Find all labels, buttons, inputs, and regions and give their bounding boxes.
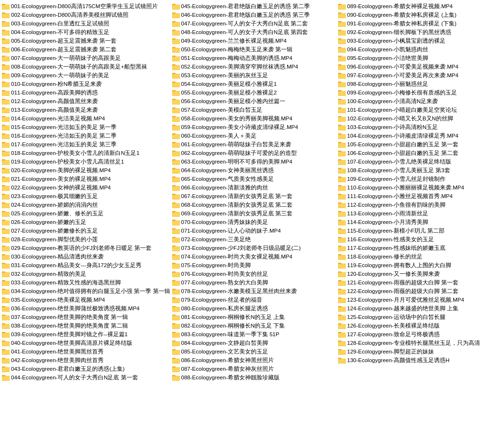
list-item[interactable]: 124-Ecologygreen-越来越盛的绝世美脚 上集 [337,304,503,313]
list-item[interactable]: 101-Ecologygreen-小晴超白嫩美足空奖论坛 [337,106,503,114]
list-item[interactable]: 043-Ecologygreen-君君白嫩玉足的诱惑(上集) [1,365,171,373]
list-item[interactable]: 082-Ecologygreen-桐桐修长N的玉足 下集 [171,321,337,330]
list-item[interactable]: 027-Ecologygreen-娇嫩修长的玉足 [1,226,171,235]
list-item[interactable]: 054-Ecologygreen-美丽足模小雅裸足1 [171,80,337,88]
list-item[interactable]: 050-Ecologygreen-梅梅绝美玉足来袭 第一辑 [171,45,337,54]
list-item[interactable]: 065-Ecologygreen-气质美女性感美足 [171,175,337,183]
list-item[interactable]: 012-Ecologygreen-高颜值黑丝来袭 [1,97,171,106]
list-item[interactable]: 038-Ecologygreen-绝世美脚的绝美角度 第二辑 [1,321,171,330]
list-item[interactable]: 110-Ecologygreen-小雅丽丽裸足视频来袭.MP4 [337,183,503,192]
list-item[interactable]: 092-Ecologygreen-细长脚板下的黑丝诱惑 [337,28,503,36]
list-item[interactable]: 021-Ecologygreen-美女的裸足视频.MP4 [1,175,171,183]
list-item[interactable]: 046-Ecologygreen-君君绝版白嫩玉足的诱惑 第三季 [171,11,337,19]
list-item[interactable]: 042-Ecologygreen-绝世美脚肉丝首秀 [1,356,171,365]
list-item[interactable]: 084-Ecologygreen-文静超白皙美脚 [171,339,337,347]
list-item[interactable]: 052-Ecologygreen-美脚滴穿窄脚丝袜诱惑.MP4 [171,62,337,71]
list-item[interactable]: 116-Ecologygreen-性感美女的玉足 [337,235,503,244]
list-item[interactable]: 105-Ecologygreen-小甜超白嫩的玉足 第一套 [337,140,503,149]
list-item[interactable]: 020-Ecologygreen-美脚的裸足视频.MP4 [1,166,171,175]
list-item[interactable]: 036-Ecologygreen-绝世美脚蒲丝极致诱惑视频.MP4 [1,304,171,313]
list-item[interactable]: 115-Ecologygreen-新模小F玥儿 第二部 [337,226,503,235]
list-item[interactable]: 083-Ecologygreen-味道第一季下集 51P [171,330,337,339]
list-item[interactable]: 104-Ecologygreen-小诗顽皮清绿裸足秀.MP4 [337,131,503,140]
list-item[interactable]: 019-Ecologygreen-护校美女小雪儿高清丝足1 [1,157,171,166]
list-item[interactable]: 017-Ecologygreen-光洁如玉的美足 第三季 [1,140,171,149]
list-item[interactable]: 096-Ecologygreen-小可爱美足视频来袭.MP4 [337,62,503,71]
list-item[interactable]: 053-Ecologygreen-美丽的灰丝玉足 [171,71,337,80]
list-item[interactable]: 006-Ecologygreen-超玉足震撼来袭 第二套 [1,45,171,54]
list-item[interactable]: 051-Ecologygreen-梅梅动态美脚的诱惑.MP4 [171,54,337,62]
list-item[interactable]: 061-Ecologygreen-萌萌哒妹子白皙美足来袭 [171,140,337,149]
list-item[interactable]: 111-Ecologygreen-小雅丝足视频首秀.MP4 [337,192,503,200]
list-item[interactable]: 079-Ecologygreen-丝足者的福音 [171,295,337,304]
list-item[interactable]: 028-Ecologygreen-脚型优美的小莲 [1,235,171,244]
list-item[interactable]: 059-Ecologygreen-美女小诗顽皮清绿裸足.MP4 [171,123,337,131]
list-item[interactable]: 080-Ecologygreen-私房长腿足诱惑 [171,304,337,313]
list-item[interactable]: 070-Ecologygreen-清秀妹妹的美足 [171,218,337,226]
list-item[interactable]: 074-Ecologygreen-时尚大美女裸足视频.MP4 [171,252,337,261]
list-item[interactable]: 057-Ecologygreen-美模白皙玉足 [171,106,337,114]
list-item[interactable]: 073-Ecologygreen-少FJ刘老师冬日级品暖足(二) [171,244,337,252]
list-item[interactable]: 056-Ecologygreen-美丽足模小雅内丝篇一 [171,97,337,106]
list-item[interactable]: 014-Ecologygreen-光洁美足视频.MP4 [1,114,171,123]
list-item[interactable]: 126-Ecologygreen-长美模裸足终结版 [337,321,503,330]
list-item[interactable]: 090-Ecologygreen-希腊女神私房裸足 (上集) [337,11,503,19]
list-item[interactable]: 049-Ecologygreen-兰兰修长裸足视频.MP4 [171,36,337,45]
list-item[interactable]: 097-Ecologygreen-小可爱美足再次来袭.MP4 [337,71,503,80]
list-item[interactable]: 015-Ecologygreen-光洁如玉的美足 第一季 [1,123,171,131]
list-item[interactable]: 041-Ecologygreen-绝世美脚黑丝首秀 [1,347,171,356]
list-item[interactable]: 125-Ecologygreen-运动场中的白皙长腿 [337,313,503,321]
list-item[interactable]: 055-Ecologygreen-美丽足模小雅裸足2 [171,88,337,97]
list-item[interactable]: 095-Ecologygreen-小洁绝世美脚 [337,54,503,62]
list-item[interactable]: 034-Ecologygreen-绝对值得拥有的白腿玉足小强 第一季 第一辑 [1,287,171,295]
list-item[interactable]: 093-Ecologygreen-小枫晨宝剧透的裸足 [337,36,503,45]
list-item[interactable]: 004-Ecologygreen-不可多得的精致玉足 [1,28,171,36]
list-item[interactable]: 112-Ecologygreen-小鱼很有韵味的美脚 [337,200,503,209]
list-item[interactable]: 018-Ecologygreen-护校美女小雪儿的清新白N玉足1 [1,149,171,157]
list-item[interactable]: 086-Ecologygreen-希腊女神黑丝照片 [171,356,337,365]
list-item[interactable]: 091-Ecologygreen-希腊女神私房裸足 (下集) [337,19,503,28]
list-item[interactable]: 113-Ecologygreen-小雨清新丝足 [337,209,503,218]
list-item[interactable]: 075-Ecologygreen-时尚美脚 [171,261,337,270]
list-item[interactable]: 077-Ecologygreen-熟女的大白美脚 [171,278,337,287]
list-item[interactable]: 106-Ecologygreen-小甜超白嫩的玉足 第二套 [337,149,503,157]
list-item[interactable]: 010-Ecologygreen-粉N希腊玉足来袭 [1,80,171,88]
list-item[interactable]: 076-Ecologygreen-时尚美女的丝足 [171,270,337,278]
list-item[interactable]: 060-Ecologygreen-美人＋美足 [171,131,337,140]
list-item[interactable]: 100-Ecologygreen-小清高清N足来袭 [337,97,503,106]
list-item[interactable]: 030-Ecologygreen-精品清透肉丝来袭 [1,252,171,261]
list-item[interactable]: 011-Ecologygreen-高跟美脚的诱惑 [1,88,171,97]
list-item[interactable]: 002-Ecologygreen-D800高清养美模丝脚试镜照 [1,11,171,19]
list-item[interactable]: 035-Ecologygreen-绝美裸足视频.MP4 [1,295,171,304]
list-item[interactable]: 068-Ecologygreen-清新的女孩秀足底 第二套 [171,200,337,209]
list-item[interactable]: 058-Ecologygreen-美女的秀丽美脚视频.MP4 [171,114,337,123]
list-item[interactable]: 025-Ecologygreen-娇嫩、修长的玉足 [1,209,171,218]
list-item[interactable]: 109-Ecologygreen-小雪儿丝足封镜制作 [337,175,503,183]
list-item[interactable]: 099-Ecologygreen-小梅修长很有质感的玉足 [337,88,503,97]
list-item[interactable]: 022-Ecologygreen-女神的裸足视频.MP4 [1,183,171,192]
list-item[interactable]: 121-Ecologygreen-雨薇的超级大白脚 第一套 [337,278,503,287]
list-item[interactable]: 087-Ecologygreen-希腊女神灰丝照片 [171,365,337,373]
list-item[interactable]: 071-Ecologygreen-让人心动的妹子.MP4 [171,226,337,235]
list-item[interactable]: 117-Ecologygreen-性感妹纸的娇嫩玉底 [337,244,503,252]
list-item[interactable]: 047-Ecologygreen-可人的女子大秀白N足底 第二套 [171,19,337,28]
list-item[interactable]: 023-Ecologygreen-极其细嫩的玉足 [1,192,171,200]
list-item[interactable]: 067-Ecologygreen-清新的女孩秀足底 第一套 [171,192,337,200]
list-item[interactable]: 008-Ecologygreen-大一萌萌妹子的高跟美足+船型黑袜 [1,62,171,71]
list-item[interactable]: 064-Ecologygreen-女神美丽黑丝诱惑 [171,166,337,175]
list-item[interactable]: 094-Ecologygreen-小凯魅惑肉丝 [337,45,503,54]
list-item[interactable]: 088-Ecologygreen-希腊女神靓脸珍藏版 [171,373,337,382]
list-item[interactable]: 001-Ecologygreen-D800高清175CM空乘学生玉足试镜照片 [1,2,171,11]
list-item[interactable]: 048-Ecologygreen-可人的女子大秀白N足底 第四套 [171,28,337,36]
list-item[interactable]: 129-Ecologygreen-脚型超正的妹妹 [337,347,503,356]
list-item[interactable]: 031-Ecologygreen-精品美女---身高172的少女玉足秀 [1,261,171,270]
list-item[interactable]: 098-Ecologygreen-小丽魅惑丝足 [337,80,503,88]
list-item[interactable]: 120-Ecologygreen-又一修长美脚来袭 [337,270,503,278]
list-item[interactable]: 081-Ecologygreen-桐桐修长N的玉足 上集 [171,313,337,321]
list-item[interactable]: 118-Ecologygreen-修长的丝足 [337,252,503,261]
list-item[interactable]: 007-Ecologygreen-大一萌萌妹子的高跟美足 [1,54,171,62]
list-item[interactable]: 069-Ecologygreen-清新的女孩秀足底 第三套 [171,209,337,218]
list-item[interactable]: 066-Ecologygreen-清新淡雅的肉丝 [171,183,337,192]
list-item[interactable]: 009-Ecologygreen-大一萌萌妹子的美足 [1,71,171,80]
list-item[interactable]: 013-Ecologygreen-高颜值美足来袭 [1,106,171,114]
